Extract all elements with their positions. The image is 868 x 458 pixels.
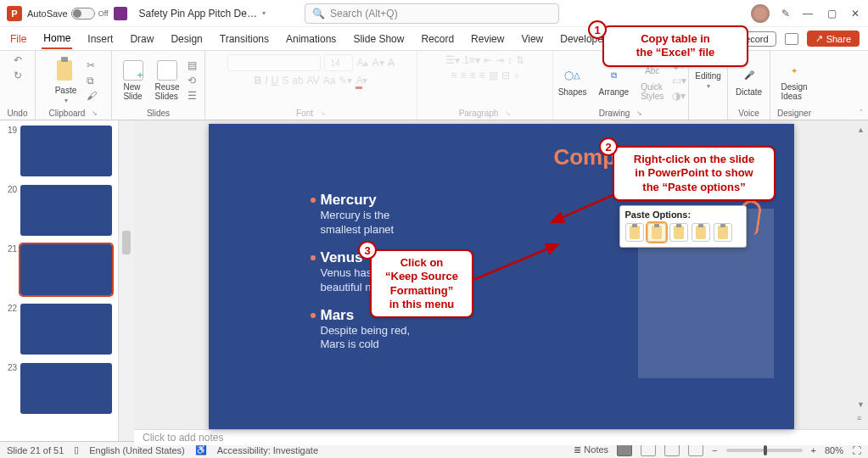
highlight-icon[interactable]: ✎▾ (339, 75, 352, 87)
strike-icon[interactable]: S (282, 75, 288, 87)
section-icon[interactable]: ☰ (188, 90, 197, 102)
align-text-icon[interactable]: ⊟ (501, 70, 510, 81)
case-icon[interactable]: Aa (323, 75, 336, 87)
font-family-select[interactable] (227, 54, 321, 71)
redo-icon[interactable]: ↻ (14, 70, 22, 81)
tab-slideshow[interactable]: Slide Show (351, 30, 406, 48)
columns-icon[interactable]: ▥ (489, 70, 498, 81)
tab-design[interactable]: Design (169, 30, 204, 48)
bullets-icon[interactable]: ☰▾ (445, 54, 460, 66)
view-sorter-icon[interactable] (641, 444, 656, 456)
undo-icon[interactable]: ↶ (14, 54, 22, 66)
close-button[interactable]: ✕ (849, 8, 861, 20)
clear-format-icon[interactable]: A̶ (388, 57, 395, 69)
layout-icon[interactable]: ▤ (188, 59, 197, 71)
increase-font-icon[interactable]: A▴ (356, 57, 368, 69)
paste-button[interactable]: Paste ▾ (51, 55, 81, 106)
numbering-icon[interactable]: 1≡▾ (463, 54, 480, 66)
minimize-button[interactable]: — (802, 8, 814, 20)
avatar[interactable] (751, 4, 770, 23)
save-icon[interactable] (114, 7, 127, 20)
notes-placeholder[interactable]: Click to add notes (134, 429, 868, 445)
vertical-scrollbar[interactable]: ▲ ▼ ≡ (854, 120, 866, 429)
align-center-icon[interactable]: ≡ (460, 70, 466, 81)
justify-icon[interactable]: ≡ (479, 70, 485, 81)
copy-icon[interactable]: ⧉ (87, 75, 97, 87)
reset-icon[interactable]: ⟲ (188, 75, 197, 87)
shape-effects-icon[interactable]: ◑▾ (672, 90, 686, 102)
underline-icon[interactable]: U (272, 75, 279, 87)
chevron-down-icon[interactable]: ▾ (64, 97, 68, 104)
arrange-button[interactable]: ⧉ Arrange (596, 64, 633, 98)
line-spacing-icon[interactable]: ↕ (507, 54, 512, 66)
slide-thumb-19[interactable] (20, 126, 112, 176)
fit-to-window-icon[interactable]: ⛶ (852, 445, 861, 455)
decrease-font-icon[interactable]: A▾ (372, 57, 384, 69)
indent-left-icon[interactable]: ⇤ (484, 54, 492, 66)
view-slideshow-icon[interactable] (688, 444, 703, 456)
indent-right-icon[interactable]: ⇥ (496, 54, 504, 66)
tab-file[interactable]: File (8, 30, 28, 48)
launcher-icon[interactable]: ↘ (320, 109, 326, 117)
tab-record[interactable]: Record (419, 30, 456, 48)
paste-picture[interactable] (692, 223, 710, 242)
align-right-icon[interactable]: ≡ (470, 70, 476, 81)
view-reading-icon[interactable] (664, 444, 680, 456)
text-direction-icon[interactable]: ⇅ (516, 54, 524, 66)
spacing-icon[interactable]: AV (307, 75, 320, 87)
tab-transitions[interactable]: Transitions (218, 30, 271, 48)
autosave-toggle[interactable]: AutoSave Off (27, 8, 109, 20)
format-painter-icon[interactable]: 🖌 (87, 90, 97, 102)
paste-use-destination-theme[interactable] (625, 223, 644, 242)
tab-view[interactable]: View (519, 30, 545, 48)
shape-outline-icon[interactable]: ▭▾ (672, 75, 686, 87)
tab-animations[interactable]: Animations (284, 30, 338, 48)
paste-text-only[interactable] (714, 223, 732, 242)
align-left-icon[interactable]: ≡ (451, 70, 456, 81)
design-ideas-button[interactable]: ✦Design Ideas (777, 59, 810, 103)
pen-icon[interactable]: ✎ (781, 8, 790, 20)
document-title[interactable]: Safety Pin App Pitch De… (139, 8, 257, 20)
launcher-icon[interactable]: ↘ (505, 109, 511, 117)
search-input[interactable]: 🔍 Search (Alt+Q) (305, 3, 559, 24)
thumb-scrollbar[interactable] (119, 120, 134, 441)
maximize-button[interactable]: ▢ (826, 8, 837, 20)
launcher-icon[interactable]: ↘ (636, 109, 642, 117)
collapse-ribbon-icon[interactable]: ˅ (860, 109, 863, 116)
new-slide-button[interactable]: ＋ New Slide (120, 59, 147, 103)
toggle-switch[interactable] (71, 8, 95, 20)
bold-icon[interactable]: B (255, 75, 262, 87)
slide-thumb-22[interactable] (20, 304, 112, 355)
zoom-out-icon[interactable]: − (712, 445, 717, 455)
notes-toggle[interactable]: ≣ Notes (574, 444, 608, 455)
paste-keep-source-formatting[interactable] (647, 223, 666, 242)
tab-draw[interactable]: Draw (128, 30, 155, 48)
tab-review[interactable]: Review (469, 30, 506, 48)
shadow-icon[interactable]: ab (292, 75, 303, 87)
view-normal-icon[interactable] (617, 444, 632, 456)
reuse-slides-button[interactable]: Reuse Slides (152, 59, 183, 103)
accessibility-status[interactable]: Accessibility: Investigate (217, 445, 318, 455)
share-button[interactable]: ↗Share (807, 31, 860, 47)
font-size-select[interactable]: 14 (324, 54, 353, 71)
font-color-icon[interactable]: A▾ (356, 75, 367, 87)
dictate-button[interactable]: 🎤Dictate (732, 64, 765, 98)
zoom-in-icon[interactable]: + (811, 445, 816, 455)
editing-button[interactable]: Editing▾ (692, 70, 725, 92)
italic-icon[interactable]: I (265, 75, 267, 87)
smartart-icon[interactable]: ⟐ (513, 70, 519, 81)
zoom-slider[interactable] (726, 449, 803, 452)
chevron-down-icon[interactable]: ▾ (262, 9, 266, 17)
language-status[interactable]: English (United States) (89, 445, 185, 455)
slide-counter[interactable]: Slide 21 of 51 (7, 445, 64, 455)
launcher-icon[interactable]: ↘ (92, 109, 98, 117)
tab-home[interactable]: Home (42, 29, 72, 49)
slide-thumb-23[interactable] (20, 363, 112, 414)
comments-icon[interactable] (785, 33, 798, 45)
cut-icon[interactable]: ✂ (87, 59, 97, 71)
paste-embed[interactable] (669, 223, 688, 242)
shapes-button[interactable]: ◯△ Shapes (555, 64, 591, 98)
tab-insert[interactable]: Insert (86, 30, 115, 48)
slide-thumb-21[interactable] (20, 244, 112, 295)
slide-thumb-20[interactable] (20, 185, 112, 236)
